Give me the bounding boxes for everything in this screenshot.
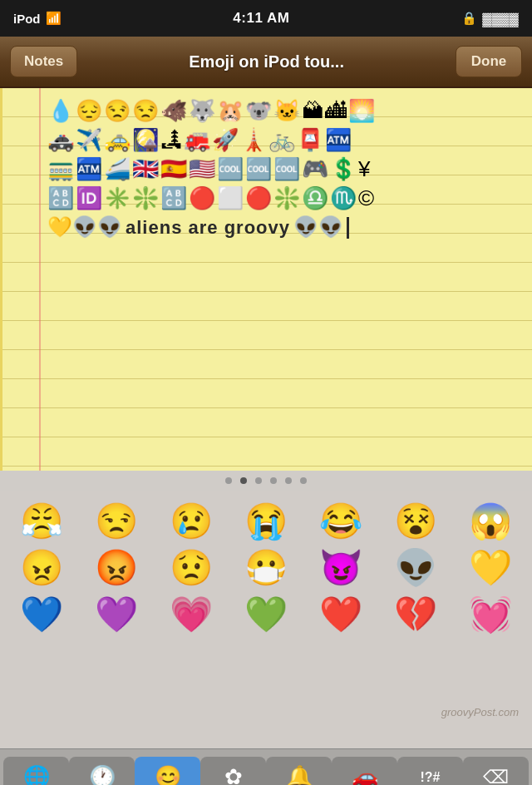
dot-1 (225, 477, 232, 484)
emoji-angry-face[interactable]: 😤 (7, 501, 76, 542)
lock-icon: 🔒 (461, 11, 477, 26)
emoji-blue-heart[interactable]: 💙 (7, 594, 76, 635)
emoji-sparkling-heart[interactable]: 💓 (456, 594, 525, 635)
emoji-pink-heart[interactable]: 💗 (156, 594, 226, 635)
globe-key[interactable]: 🌐 (3, 757, 69, 786)
delete-key[interactable]: ⌫ (463, 757, 529, 786)
car-key[interactable]: 🚗 (332, 757, 397, 786)
clock-key[interactable]: 🕐 (69, 757, 135, 786)
emoji-line-2: 🚓✈️🚕🎑🏞🚒🚀🗼🚲📮🏧 (47, 126, 519, 155)
emoji-rage[interactable]: 😡 (81, 547, 151, 589)
emoji-purple-heart[interactable]: 💜 (81, 594, 151, 635)
emoji-line-4: 🔠🆔✳️❇️🔠🔴⬜🔴❇️♎♏©️ (47, 184, 519, 213)
done-button[interactable]: Done (456, 46, 522, 77)
emoji-angry[interactable]: 😠 (7, 547, 76, 589)
dot-6 (300, 477, 307, 484)
page-dots (0, 471, 532, 491)
emoji-cry[interactable]: 😢 (156, 501, 226, 542)
emoji-scream[interactable]: 😱 (456, 501, 525, 542)
emoji-mask[interactable]: 😷 (231, 547, 301, 589)
emoji-laugh-cry[interactable]: 😂 (306, 501, 376, 542)
back-button[interactable]: Notes (10, 46, 77, 77)
dot-3 (255, 477, 262, 484)
emoji-devil[interactable]: 😈 (306, 547, 376, 589)
emoji-unamused[interactable]: 😒 (81, 501, 151, 542)
nav-bar: Notes Emoji on iPod tou... Done (0, 37, 532, 88)
status-right: 🔒 ▓▓▓▓ (461, 11, 519, 26)
emoji-green-heart[interactable]: 💚 (231, 594, 301, 635)
note-text-emojis-before: 💛👽👽 (47, 213, 122, 242)
symbols-key[interactable]: !?# (397, 757, 463, 786)
bell-key[interactable]: 🔔 (266, 757, 332, 786)
note-text-emojis-after: 👽👽 (293, 213, 343, 242)
note-title: Emoji on iPod tou... (77, 52, 456, 72)
emoji-key-active[interactable]: 😊 (135, 757, 200, 786)
emoji-worried[interactable]: 😟 (156, 547, 226, 589)
wifi-icon: 📶 (46, 11, 62, 26)
status-bar: iPod 📶 4:11 AM 🔒 ▓▓▓▓ (0, 0, 532, 37)
note-text-line: 💛👽👽 aliens are groovy 👽👽 (47, 213, 519, 242)
dot-5 (285, 477, 292, 484)
emoji-yellow-heart[interactable]: 💛 (456, 547, 525, 589)
emoji-alien[interactable]: 👽 (381, 547, 451, 589)
notes-content[interactable]: 💧😔😒😒🐗🐺🐹🐨🐱🏔🏙🌅 🚓✈️🚕🎑🏞🚒🚀🗼🚲📮🏧 🚃🏧🚄🇬🇧🇪🇸🇺🇸🆒🆒🆒🎮💲… (0, 88, 532, 471)
emoji-sob[interactable]: 😭 (231, 501, 301, 542)
text-cursor (347, 217, 349, 239)
status-left: iPod 📶 (13, 11, 62, 26)
emoji-line-1: 💧😔😒😒🐗🐺🐹🐨🐱🏔🏙🌅 (47, 96, 519, 126)
dot-2 (240, 477, 247, 484)
emoji-broken-heart[interactable]: 💔 (381, 594, 451, 635)
emoji-red-heart[interactable]: ❤️ (306, 594, 376, 635)
emoji-line-3: 🚃🏧🚄🇬🇧🇪🇸🇺🇸🆒🆒🆒🎮💲¥ (47, 155, 519, 184)
emoji-dizzy[interactable]: 😵 (381, 501, 451, 542)
carrier-label: iPod (13, 12, 41, 26)
battery-icon: ▓▓▓▓ (482, 12, 519, 26)
dot-4 (270, 477, 277, 484)
flower-key[interactable]: ✿ (200, 757, 266, 786)
note-text-content: aliens are groovy (126, 213, 290, 242)
watermark: groovyPost.com (441, 706, 519, 718)
keyboard-bottom-bar: 🌐 🕐 😊 ✿ 🔔 🚗 !?# ⌫ (0, 748, 532, 785)
time-display: 4:11 AM (233, 10, 289, 27)
